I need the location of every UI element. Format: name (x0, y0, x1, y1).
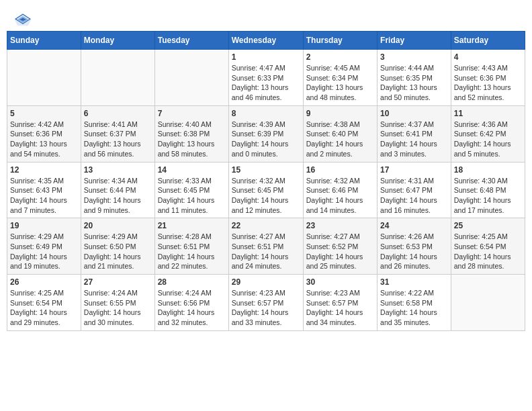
calendar-day-cell: 11Sunrise: 4:36 AMSunset: 6:42 PMDayligh… (451, 105, 525, 162)
day-info: Sunrise: 4:24 AMSunset: 6:56 PMDaylight:… (158, 288, 226, 328)
day-number: 10 (380, 109, 448, 118)
day-number: 20 (84, 221, 152, 230)
day-number: 3 (380, 52, 448, 62)
day-info: Sunrise: 4:44 AMSunset: 6:35 PMDaylight:… (380, 63, 448, 103)
calendar-day-cell: 15Sunrise: 4:32 AMSunset: 6:45 PMDayligh… (228, 162, 303, 218)
calendar-day-cell: 23Sunrise: 4:27 AMSunset: 6:52 PMDayligh… (303, 218, 377, 275)
day-number: 24 (380, 221, 448, 230)
weekday-header-row: SundayMondayTuesdayWednesdayThursdayFrid… (7, 32, 525, 50)
day-number: 4 (454, 52, 522, 62)
calendar-day-cell: 4Sunrise: 4:43 AMSunset: 6:36 PMDaylight… (451, 50, 525, 106)
day-number: 28 (158, 277, 226, 287)
day-info: Sunrise: 4:39 AMSunset: 6:39 PMDaylight:… (232, 120, 300, 159)
calendar-day-cell: 20Sunrise: 4:29 AMSunset: 6:50 PMDayligh… (81, 218, 154, 275)
day-info: Sunrise: 4:43 AMSunset: 6:36 PMDaylight:… (454, 63, 522, 103)
logo-icon (13, 12, 32, 27)
page-header (7, 7, 525, 31)
calendar-day-cell: 25Sunrise: 4:25 AMSunset: 6:54 PMDayligh… (451, 218, 525, 275)
day-info: Sunrise: 4:32 AMSunset: 6:46 PMDaylight:… (306, 176, 374, 216)
day-info: Sunrise: 4:47 AMSunset: 6:33 PMDaylight:… (232, 63, 300, 103)
day-number: 18 (454, 165, 522, 175)
calendar-week-row: 12Sunrise: 4:35 AMSunset: 6:43 PMDayligh… (7, 162, 525, 218)
day-info: Sunrise: 4:27 AMSunset: 6:51 PMDaylight:… (232, 232, 300, 271)
calendar-day-cell: 6Sunrise: 4:41 AMSunset: 6:37 PMDaylight… (81, 105, 154, 162)
day-info: Sunrise: 4:40 AMSunset: 6:38 PMDaylight:… (158, 120, 226, 159)
day-info: Sunrise: 4:29 AMSunset: 6:50 PMDaylight:… (84, 232, 152, 271)
calendar-day-cell: 21Sunrise: 4:28 AMSunset: 6:51 PMDayligh… (154, 218, 228, 275)
day-info: Sunrise: 4:22 AMSunset: 6:58 PMDaylight:… (380, 288, 448, 328)
calendar-day-cell: 1Sunrise: 4:47 AMSunset: 6:33 PMDaylight… (228, 50, 303, 106)
calendar-day-cell: 5Sunrise: 4:42 AMSunset: 6:36 PMDaylight… (7, 105, 81, 162)
day-number: 26 (10, 277, 78, 287)
day-number: 9 (306, 109, 374, 118)
calendar-day-cell: 30Sunrise: 4:23 AMSunset: 6:57 PMDayligh… (303, 275, 377, 331)
weekday-header-wednesday: Wednesday (228, 32, 303, 50)
logo (13, 12, 35, 27)
weekday-header-tuesday: Tuesday (154, 32, 228, 50)
calendar-day-cell: 13Sunrise: 4:34 AMSunset: 6:44 PMDayligh… (81, 162, 154, 218)
calendar-day-cell: 19Sunrise: 4:29 AMSunset: 6:49 PMDayligh… (7, 218, 81, 275)
calendar-table: SundayMondayTuesdayWednesdayThursdayFrid… (7, 31, 525, 331)
day-number: 17 (380, 165, 448, 175)
day-number: 19 (10, 221, 78, 230)
day-info: Sunrise: 4:28 AMSunset: 6:51 PMDaylight:… (158, 232, 226, 271)
day-info: Sunrise: 4:42 AMSunset: 6:36 PMDaylight:… (10, 120, 78, 159)
weekday-header-saturday: Saturday (451, 32, 525, 50)
day-info: Sunrise: 4:32 AMSunset: 6:45 PMDaylight:… (232, 176, 300, 216)
calendar-day-cell: 7Sunrise: 4:40 AMSunset: 6:38 PMDaylight… (154, 105, 228, 162)
calendar-day-cell: 17Sunrise: 4:31 AMSunset: 6:47 PMDayligh… (378, 162, 451, 218)
calendar-week-row: 19Sunrise: 4:29 AMSunset: 6:49 PMDayligh… (7, 218, 525, 275)
day-number: 16 (306, 165, 374, 175)
day-info: Sunrise: 4:23 AMSunset: 6:57 PMDaylight:… (232, 288, 300, 328)
day-number: 15 (232, 165, 300, 175)
calendar-week-row: 26Sunrise: 4:25 AMSunset: 6:54 PMDayligh… (7, 275, 525, 331)
day-number: 30 (306, 277, 374, 287)
day-info: Sunrise: 4:45 AMSunset: 6:34 PMDaylight:… (306, 63, 374, 103)
day-info: Sunrise: 4:23 AMSunset: 6:57 PMDaylight:… (306, 288, 374, 328)
calendar-day-cell: 24Sunrise: 4:26 AMSunset: 6:53 PMDayligh… (378, 218, 451, 275)
day-info: Sunrise: 4:24 AMSunset: 6:55 PMDaylight:… (84, 288, 152, 328)
day-info: Sunrise: 4:37 AMSunset: 6:41 PMDaylight:… (380, 120, 448, 159)
calendar-day-cell (81, 50, 154, 106)
day-info: Sunrise: 4:41 AMSunset: 6:37 PMDaylight:… (84, 120, 152, 159)
day-number: 23 (306, 221, 374, 230)
day-number: 29 (232, 277, 300, 287)
day-number: 6 (84, 109, 152, 118)
day-info: Sunrise: 4:27 AMSunset: 6:52 PMDaylight:… (306, 232, 374, 271)
calendar-day-cell: 31Sunrise: 4:22 AMSunset: 6:58 PMDayligh… (378, 275, 451, 331)
calendar-day-cell: 3Sunrise: 4:44 AMSunset: 6:35 PMDaylight… (378, 50, 451, 106)
day-number: 21 (158, 221, 226, 230)
calendar-day-cell: 14Sunrise: 4:33 AMSunset: 6:45 PMDayligh… (154, 162, 228, 218)
calendar-day-cell: 8Sunrise: 4:39 AMSunset: 6:39 PMDaylight… (228, 105, 303, 162)
day-number: 8 (232, 109, 300, 118)
day-info: Sunrise: 4:31 AMSunset: 6:47 PMDaylight:… (380, 176, 448, 216)
day-info: Sunrise: 4:33 AMSunset: 6:45 PMDaylight:… (158, 176, 226, 216)
day-number: 2 (306, 52, 374, 62)
calendar-day-cell: 18Sunrise: 4:30 AMSunset: 6:48 PMDayligh… (451, 162, 525, 218)
day-number: 27 (84, 277, 152, 287)
day-number: 1 (232, 52, 300, 62)
calendar-day-cell: 27Sunrise: 4:24 AMSunset: 6:55 PMDayligh… (81, 275, 154, 331)
calendar-day-cell: 2Sunrise: 4:45 AMSunset: 6:34 PMDaylight… (303, 50, 377, 106)
day-number: 11 (454, 109, 522, 118)
weekday-header-sunday: Sunday (7, 32, 81, 50)
day-number: 25 (454, 221, 522, 230)
day-number: 31 (380, 277, 448, 287)
calendar-day-cell (154, 50, 228, 106)
calendar-day-cell: 29Sunrise: 4:23 AMSunset: 6:57 PMDayligh… (228, 275, 303, 331)
calendar-day-cell: 9Sunrise: 4:38 AMSunset: 6:40 PMDaylight… (303, 105, 377, 162)
calendar-week-row: 1Sunrise: 4:47 AMSunset: 6:33 PMDaylight… (7, 50, 525, 106)
day-number: 5 (10, 109, 78, 118)
calendar-day-cell: 26Sunrise: 4:25 AMSunset: 6:54 PMDayligh… (7, 275, 81, 331)
weekday-header-thursday: Thursday (303, 32, 377, 50)
weekday-header-monday: Monday (81, 32, 154, 50)
day-info: Sunrise: 4:25 AMSunset: 6:54 PMDaylight:… (454, 232, 522, 271)
day-number: 22 (232, 221, 300, 230)
day-info: Sunrise: 4:35 AMSunset: 6:43 PMDaylight:… (10, 176, 78, 216)
day-number: 14 (158, 165, 226, 175)
day-number: 13 (84, 165, 152, 175)
calendar-day-cell: 10Sunrise: 4:37 AMSunset: 6:41 PMDayligh… (378, 105, 451, 162)
day-info: Sunrise: 4:34 AMSunset: 6:44 PMDaylight:… (84, 176, 152, 216)
day-info: Sunrise: 4:36 AMSunset: 6:42 PMDaylight:… (454, 120, 522, 159)
weekday-header-friday: Friday (378, 32, 451, 50)
